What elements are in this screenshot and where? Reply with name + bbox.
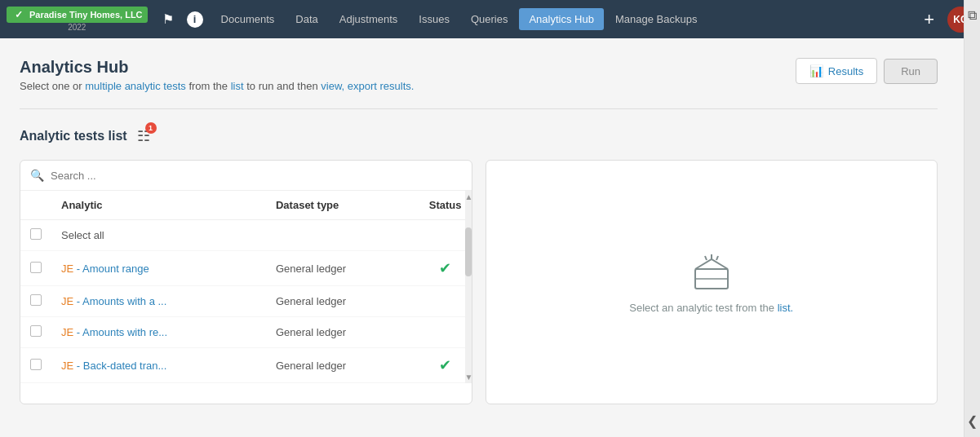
svg-line-3 bbox=[716, 256, 718, 260]
row-4-dataset: General ledger bbox=[266, 348, 419, 383]
row-3-analytic[interactable]: JE - Amounts with re... bbox=[51, 317, 266, 348]
row-3-checkbox[interactable] bbox=[30, 325, 42, 337]
nav-analytics-hub[interactable]: Analytics Hub bbox=[519, 8, 603, 30]
search-icon: 🔍 bbox=[30, 169, 44, 182]
page-header-actions: 📊 Results Run bbox=[796, 58, 938, 84]
empty-state-icon bbox=[687, 251, 736, 292]
run-button: Run bbox=[884, 59, 938, 84]
analytic-table: Analytic Dataset type Status Select all bbox=[20, 191, 472, 383]
table-row: JE - Amounts with re... General ledger bbox=[20, 317, 472, 348]
right-panel: Select an analytic test from the list. bbox=[486, 160, 938, 404]
company-year: 2022 bbox=[68, 23, 86, 32]
right-sidebar: ⧉ ❮ bbox=[964, 0, 980, 424]
filter-badge: 1 bbox=[145, 122, 157, 134]
page-header: Analytics Hub Select one or multiple ana… bbox=[20, 58, 938, 92]
scroll-thumb[interactable] bbox=[465, 227, 472, 276]
add-button[interactable]: + bbox=[917, 6, 941, 33]
row-2-dataset: General ledger bbox=[266, 286, 419, 317]
row-1-analytic[interactable]: JE - Amount range bbox=[51, 251, 266, 286]
section-title: Analytic tests list bbox=[20, 129, 127, 143]
row-2-analytic[interactable]: JE - Amounts with a ... bbox=[51, 286, 266, 317]
page-subtitle: Select one or multiple analytic tests fr… bbox=[20, 80, 414, 92]
scroll-up-btn[interactable]: ▲ bbox=[465, 191, 472, 203]
table-row: JE - Amounts with a ... General ledger bbox=[20, 286, 472, 317]
nav-adjustments[interactable]: Adjustments bbox=[330, 8, 408, 30]
sidebar-copy-icon[interactable]: ⧉ bbox=[968, 8, 977, 23]
col-status: Status bbox=[419, 191, 472, 220]
results-icon: 📊 bbox=[809, 64, 823, 77]
table-wrapper: Analytic Dataset type Status Select all bbox=[20, 191, 472, 383]
select-all-label: Select all bbox=[51, 220, 472, 251]
flag-icon: ⚑ bbox=[162, 11, 174, 27]
divider bbox=[20, 108, 938, 109]
row-4-analytic[interactable]: JE - Back-dated tran... bbox=[51, 348, 266, 383]
company-logo[interactable]: ✓ Paradise Tiny Homes, LLC 2022 bbox=[7, 7, 148, 32]
col-dataset: Dataset type bbox=[266, 191, 419, 220]
row-1-checkbox[interactable] bbox=[30, 262, 42, 273]
svg-line-2 bbox=[705, 256, 707, 260]
section-header: Analytic tests list ☷ 1 bbox=[20, 126, 938, 147]
select-all-checkbox[interactable] bbox=[30, 228, 42, 240]
search-input[interactable] bbox=[51, 170, 462, 182]
row-3-status bbox=[419, 317, 472, 348]
scroll-down-btn[interactable]: ▼ bbox=[465, 371, 472, 383]
nav-manage-backups[interactable]: Manage Backups bbox=[605, 8, 707, 30]
select-all-row: Select all bbox=[20, 220, 472, 251]
search-bar: 🔍 bbox=[20, 161, 472, 191]
row-1-dataset: General ledger bbox=[266, 251, 419, 286]
table-row: JE - Amount range General ledger ✔ bbox=[20, 251, 472, 286]
table-row: JE - Back-dated tran... General ledger ✔ bbox=[20, 348, 472, 383]
row-4-status: ✔ bbox=[419, 348, 472, 383]
results-button[interactable]: 📊 Results bbox=[796, 58, 877, 84]
empty-state-text: Select an analytic test from the list. bbox=[629, 302, 793, 314]
col-check bbox=[20, 191, 51, 220]
left-panel: 🔍 Analytic Dataset type Status bbox=[20, 160, 472, 404]
row-2-status bbox=[419, 286, 472, 317]
nav-data[interactable]: Data bbox=[286, 8, 327, 30]
nav-links: Documents Data Adjustments Issues Querie… bbox=[211, 8, 915, 30]
col-analytic: Analytic bbox=[51, 191, 266, 220]
info-icon: i bbox=[187, 11, 203, 28]
scrollbar[interactable]: ▲ ▼ bbox=[465, 191, 472, 383]
company-name: Paradise Tiny Homes, LLC bbox=[29, 10, 143, 20]
topnav: ✓ Paradise Tiny Homes, LLC 2022 ⚑ i Docu… bbox=[0, 0, 980, 38]
page-title-section: Analytics Hub Select one or multiple ana… bbox=[20, 58, 414, 92]
row-2-checkbox[interactable] bbox=[30, 294, 42, 306]
row-4-checkbox[interactable] bbox=[30, 359, 42, 370]
sidebar-collapse-icon[interactable]: ❮ bbox=[967, 413, 978, 424]
info-icon-btn[interactable]: i bbox=[182, 8, 208, 31]
content-grid: 🔍 Analytic Dataset type Status bbox=[20, 160, 938, 404]
filter-button[interactable]: ☷ 1 bbox=[134, 126, 153, 147]
page-title: Analytics Hub bbox=[20, 58, 414, 77]
flag-icon-btn[interactable]: ⚑ bbox=[157, 8, 179, 30]
nav-documents[interactable]: Documents bbox=[211, 8, 285, 30]
row-1-status: ✔ bbox=[419, 251, 472, 286]
main-content: Analytics Hub Select one or multiple ana… bbox=[0, 38, 964, 424]
row-3-dataset: General ledger bbox=[266, 317, 419, 348]
nav-queries[interactable]: Queries bbox=[461, 8, 518, 30]
nav-issues[interactable]: Issues bbox=[409, 8, 459, 30]
